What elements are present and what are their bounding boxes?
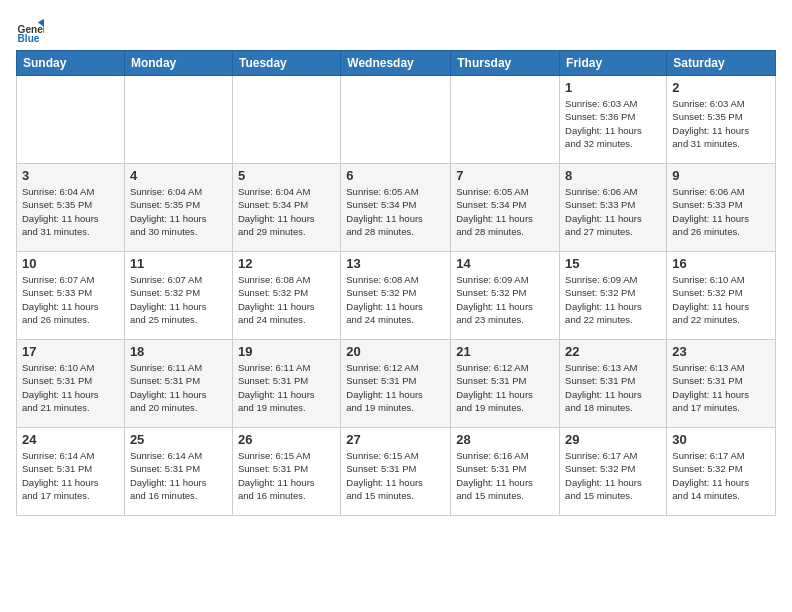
calendar-cell: 6Sunrise: 6:05 AMSunset: 5:34 PMDaylight… <box>341 164 451 252</box>
day-info: Sunrise: 6:03 AMSunset: 5:36 PMDaylight:… <box>565 97 661 150</box>
day-info: Sunrise: 6:05 AMSunset: 5:34 PMDaylight:… <box>346 185 445 238</box>
day-header-tuesday: Tuesday <box>232 51 340 76</box>
day-info: Sunrise: 6:10 AMSunset: 5:32 PMDaylight:… <box>672 273 770 326</box>
calendar-cell <box>232 76 340 164</box>
day-number: 3 <box>22 168 119 183</box>
calendar-cell: 27Sunrise: 6:15 AMSunset: 5:31 PMDayligh… <box>341 428 451 516</box>
calendar-cell <box>451 76 560 164</box>
day-info: Sunrise: 6:14 AMSunset: 5:31 PMDaylight:… <box>22 449 119 502</box>
day-number: 9 <box>672 168 770 183</box>
day-info: Sunrise: 6:13 AMSunset: 5:31 PMDaylight:… <box>565 361 661 414</box>
calendar-cell: 3Sunrise: 6:04 AMSunset: 5:35 PMDaylight… <box>17 164 125 252</box>
calendar-cell: 8Sunrise: 6:06 AMSunset: 5:33 PMDaylight… <box>560 164 667 252</box>
calendar-cell: 26Sunrise: 6:15 AMSunset: 5:31 PMDayligh… <box>232 428 340 516</box>
calendar-cell: 5Sunrise: 6:04 AMSunset: 5:34 PMDaylight… <box>232 164 340 252</box>
day-info: Sunrise: 6:04 AMSunset: 5:35 PMDaylight:… <box>22 185 119 238</box>
day-info: Sunrise: 6:04 AMSunset: 5:34 PMDaylight:… <box>238 185 335 238</box>
day-info: Sunrise: 6:12 AMSunset: 5:31 PMDaylight:… <box>456 361 554 414</box>
calendar-cell: 16Sunrise: 6:10 AMSunset: 5:32 PMDayligh… <box>667 252 776 340</box>
calendar-cell: 1Sunrise: 6:03 AMSunset: 5:36 PMDaylight… <box>560 76 667 164</box>
logo-icon: General Blue <box>16 16 44 44</box>
calendar-cell: 25Sunrise: 6:14 AMSunset: 5:31 PMDayligh… <box>124 428 232 516</box>
day-number: 25 <box>130 432 227 447</box>
calendar-cell: 24Sunrise: 6:14 AMSunset: 5:31 PMDayligh… <box>17 428 125 516</box>
calendar-cell: 19Sunrise: 6:11 AMSunset: 5:31 PMDayligh… <box>232 340 340 428</box>
day-number: 23 <box>672 344 770 359</box>
day-number: 8 <box>565 168 661 183</box>
week-row-5: 24Sunrise: 6:14 AMSunset: 5:31 PMDayligh… <box>17 428 776 516</box>
calendar-cell: 9Sunrise: 6:06 AMSunset: 5:33 PMDaylight… <box>667 164 776 252</box>
calendar-cell: 12Sunrise: 6:08 AMSunset: 5:32 PMDayligh… <box>232 252 340 340</box>
day-info: Sunrise: 6:08 AMSunset: 5:32 PMDaylight:… <box>346 273 445 326</box>
day-number: 4 <box>130 168 227 183</box>
page: General Blue SundayMondayTuesdayWednesda… <box>0 0 792 532</box>
day-info: Sunrise: 6:06 AMSunset: 5:33 PMDaylight:… <box>672 185 770 238</box>
day-number: 5 <box>238 168 335 183</box>
day-number: 20 <box>346 344 445 359</box>
day-number: 14 <box>456 256 554 271</box>
day-number: 21 <box>456 344 554 359</box>
day-header-wednesday: Wednesday <box>341 51 451 76</box>
calendar-cell: 29Sunrise: 6:17 AMSunset: 5:32 PMDayligh… <box>560 428 667 516</box>
day-info: Sunrise: 6:11 AMSunset: 5:31 PMDaylight:… <box>238 361 335 414</box>
calendar-cell: 23Sunrise: 6:13 AMSunset: 5:31 PMDayligh… <box>667 340 776 428</box>
calendar-cell: 21Sunrise: 6:12 AMSunset: 5:31 PMDayligh… <box>451 340 560 428</box>
day-info: Sunrise: 6:05 AMSunset: 5:34 PMDaylight:… <box>456 185 554 238</box>
day-info: Sunrise: 6:13 AMSunset: 5:31 PMDaylight:… <box>672 361 770 414</box>
logo: General Blue <box>16 16 48 44</box>
calendar: SundayMondayTuesdayWednesdayThursdayFrid… <box>16 50 776 516</box>
calendar-header-row: SundayMondayTuesdayWednesdayThursdayFrid… <box>17 51 776 76</box>
day-info: Sunrise: 6:17 AMSunset: 5:32 PMDaylight:… <box>565 449 661 502</box>
day-info: Sunrise: 6:16 AMSunset: 5:31 PMDaylight:… <box>456 449 554 502</box>
day-info: Sunrise: 6:09 AMSunset: 5:32 PMDaylight:… <box>456 273 554 326</box>
calendar-cell <box>124 76 232 164</box>
day-info: Sunrise: 6:08 AMSunset: 5:32 PMDaylight:… <box>238 273 335 326</box>
day-info: Sunrise: 6:15 AMSunset: 5:31 PMDaylight:… <box>238 449 335 502</box>
calendar-cell: 17Sunrise: 6:10 AMSunset: 5:31 PMDayligh… <box>17 340 125 428</box>
calendar-cell: 14Sunrise: 6:09 AMSunset: 5:32 PMDayligh… <box>451 252 560 340</box>
day-number: 6 <box>346 168 445 183</box>
day-info: Sunrise: 6:15 AMSunset: 5:31 PMDaylight:… <box>346 449 445 502</box>
day-number: 15 <box>565 256 661 271</box>
day-info: Sunrise: 6:10 AMSunset: 5:31 PMDaylight:… <box>22 361 119 414</box>
calendar-cell: 11Sunrise: 6:07 AMSunset: 5:32 PMDayligh… <box>124 252 232 340</box>
calendar-cell: 7Sunrise: 6:05 AMSunset: 5:34 PMDaylight… <box>451 164 560 252</box>
day-number: 17 <box>22 344 119 359</box>
calendar-cell: 18Sunrise: 6:11 AMSunset: 5:31 PMDayligh… <box>124 340 232 428</box>
day-number: 19 <box>238 344 335 359</box>
day-number: 24 <box>22 432 119 447</box>
day-info: Sunrise: 6:07 AMSunset: 5:32 PMDaylight:… <box>130 273 227 326</box>
calendar-cell: 15Sunrise: 6:09 AMSunset: 5:32 PMDayligh… <box>560 252 667 340</box>
day-info: Sunrise: 6:04 AMSunset: 5:35 PMDaylight:… <box>130 185 227 238</box>
calendar-cell <box>17 76 125 164</box>
calendar-cell: 22Sunrise: 6:13 AMSunset: 5:31 PMDayligh… <box>560 340 667 428</box>
day-info: Sunrise: 6:09 AMSunset: 5:32 PMDaylight:… <box>565 273 661 326</box>
day-number: 1 <box>565 80 661 95</box>
week-row-4: 17Sunrise: 6:10 AMSunset: 5:31 PMDayligh… <box>17 340 776 428</box>
day-header-saturday: Saturday <box>667 51 776 76</box>
day-info: Sunrise: 6:17 AMSunset: 5:32 PMDaylight:… <box>672 449 770 502</box>
day-number: 12 <box>238 256 335 271</box>
day-info: Sunrise: 6:07 AMSunset: 5:33 PMDaylight:… <box>22 273 119 326</box>
day-number: 30 <box>672 432 770 447</box>
calendar-cell: 13Sunrise: 6:08 AMSunset: 5:32 PMDayligh… <box>341 252 451 340</box>
day-header-thursday: Thursday <box>451 51 560 76</box>
week-row-1: 1Sunrise: 6:03 AMSunset: 5:36 PMDaylight… <box>17 76 776 164</box>
svg-text:Blue: Blue <box>18 33 40 44</box>
week-row-2: 3Sunrise: 6:04 AMSunset: 5:35 PMDaylight… <box>17 164 776 252</box>
day-header-monday: Monday <box>124 51 232 76</box>
day-number: 2 <box>672 80 770 95</box>
day-number: 18 <box>130 344 227 359</box>
day-info: Sunrise: 6:06 AMSunset: 5:33 PMDaylight:… <box>565 185 661 238</box>
calendar-cell: 30Sunrise: 6:17 AMSunset: 5:32 PMDayligh… <box>667 428 776 516</box>
day-header-friday: Friday <box>560 51 667 76</box>
calendar-cell: 10Sunrise: 6:07 AMSunset: 5:33 PMDayligh… <box>17 252 125 340</box>
day-number: 10 <box>22 256 119 271</box>
day-header-sunday: Sunday <box>17 51 125 76</box>
header: General Blue <box>16 16 776 44</box>
day-number: 26 <box>238 432 335 447</box>
day-number: 22 <box>565 344 661 359</box>
calendar-cell: 20Sunrise: 6:12 AMSunset: 5:31 PMDayligh… <box>341 340 451 428</box>
calendar-cell: 4Sunrise: 6:04 AMSunset: 5:35 PMDaylight… <box>124 164 232 252</box>
day-number: 7 <box>456 168 554 183</box>
